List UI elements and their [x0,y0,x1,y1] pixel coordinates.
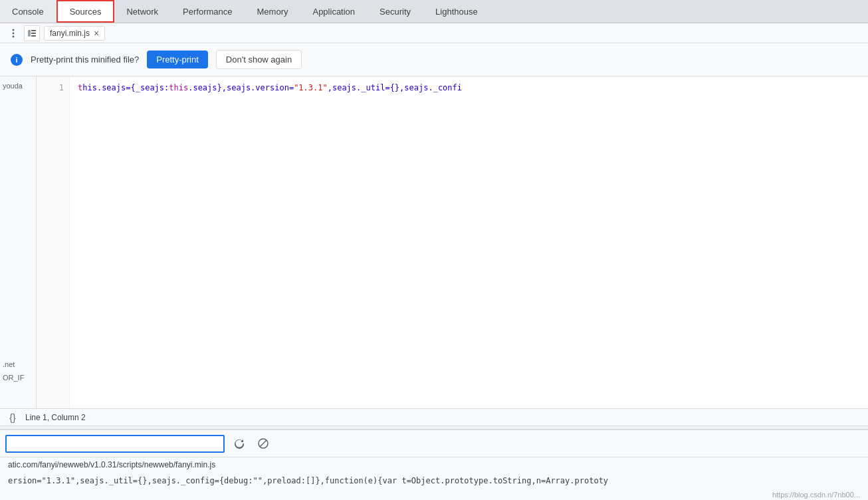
line-number-1: 1 [42,82,64,94]
svg-rect-3 [28,30,31,37]
more-menu-button[interactable] [5,25,21,41]
tab-performance[interactable]: Performance [171,0,245,23]
block-button[interactable] [254,434,272,453]
svg-rect-4 [31,30,36,31]
svg-rect-5 [31,33,36,34]
svg-point-0 [13,29,15,31]
pretty-print-banner: i Pretty-print this minified file? Prett… [0,43,868,76]
status-bar: {} Line 1, Column 2 [0,408,868,426]
svg-point-1 [13,32,15,34]
bottom-link: https://blog.csdn.n/7nb00... [0,489,868,500]
bottom-code-preview: ersion="1.3.1",seajs._util={},seajs._con… [0,472,868,489]
pretty-print-button[interactable]: Pretty-print [147,51,208,68]
svg-point-2 [13,35,15,37]
sidebar-orif-text: OR_IF [3,374,24,382]
code-text: his.seajs={_seajs: [82,83,169,92]
tab-network[interactable]: Network [114,0,171,23]
devtools-window: Console Sources Network Performance Memo… [0,0,868,500]
tab-lighthouse[interactable]: Lighthouse [423,0,490,23]
banner-message: Pretty-print this minified file? [31,55,139,64]
svg-rect-6 [31,35,36,37]
sidebar-toggle-button[interactable] [24,25,40,41]
refresh-button[interactable] [230,434,249,453]
cursor-position: Line 1, Column 2 [25,413,86,422]
code-editor: youda .net OR_IF 1 this.seajs={_seajs:th… [0,76,868,408]
code-preview-text: ersion="1.3.1",seajs._util={},seajs._con… [8,476,608,485]
file-bar: fanyi.min.js × [0,23,868,43]
tab-sources[interactable]: Sources [56,0,115,23]
code-content[interactable]: this.seajs={_seajs:this.seajs},seajs.ver… [70,76,868,408]
info-icon: i [11,54,23,66]
sidebar-net-text: .net [3,360,15,368]
console-input[interactable] [5,435,225,453]
url-text: atic.com/fanyi/newweb/v1.0.31/scripts/ne… [8,460,215,469]
code-text3: ,seajs._util={},seajs._confi [328,83,462,92]
bottom-toolbar [0,430,868,457]
sidebar-youda-text: youda [3,82,33,90]
tab-security[interactable]: Security [368,0,423,23]
tab-console[interactable]: Console [0,0,56,23]
svg-line-8 [260,440,267,447]
line-numbers: 1 [37,76,70,408]
bottom-panel: atic.com/fanyi/newweb/v1.0.31/scripts/ne… [0,430,868,500]
code-line-1: this.seajs={_seajs:this.seajs},seajs.ver… [78,82,860,94]
code-string: "1.3.1" [294,83,328,92]
file-close-button[interactable]: × [94,28,99,39]
format-icon[interactable]: {} [5,410,20,425]
code-section: i Pretty-print this minified file? Prett… [0,43,868,426]
file-tab[interactable]: fanyi.min.js × [44,26,105,41]
link-text: https://blog.csdn.n/7nb00... [772,491,860,499]
tab-bar: Console Sources Network Performance Memo… [0,0,868,23]
code-text2: .seajs},seajs.version= [188,83,294,92]
code-keyword-this2: this [169,83,188,92]
tab-memory[interactable]: Memory [245,0,301,23]
filename: fanyi.min.js [50,29,90,38]
file-navigator-sidebar: youda .net OR_IF [0,76,37,408]
url-bar: atic.com/fanyi/newweb/v1.0.31/scripts/ne… [0,457,868,472]
tab-application[interactable]: Application [300,0,368,23]
dont-show-again-button[interactable]: Don't show again [216,50,302,69]
